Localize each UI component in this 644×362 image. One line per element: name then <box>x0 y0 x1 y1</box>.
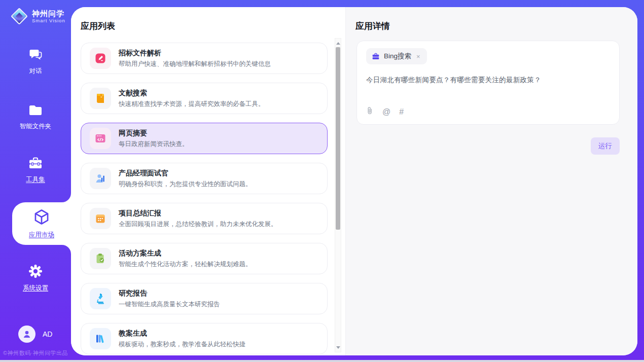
sidebar-nav: 对话 智能文件夹 工具集 <box>0 48 71 293</box>
sidebar-item-label: 系统设置 <box>23 284 48 293</box>
run-button[interactable]: 运行 <box>591 137 620 155</box>
browser-code-icon <box>90 128 111 149</box>
app-list: 招标文件解析 帮助用户快速、准确地理解和解析招标书中的关键信息 文献搜索 快速精… <box>81 43 328 355</box>
app-card-desc: 快速精准查找学术资源，提高研究效率的必备工具。 <box>119 100 265 108</box>
microscope-icon <box>90 288 111 309</box>
hash-icon[interactable]: # <box>399 108 404 116</box>
brand-logo: 神州问学 Smart Vision <box>0 0 71 24</box>
sidebar-item-chat[interactable]: 对话 <box>0 48 71 76</box>
app-list-scrollbar <box>335 38 341 352</box>
user-name: AD <box>43 330 52 338</box>
app-card-title: 文献搜索 <box>119 89 265 98</box>
books-icon <box>90 328 111 349</box>
window-bottom-strip <box>0 360 644 362</box>
app-list-panel: 应用列表 招标文件解析 帮助用户快速、准确地理解和解析招标书中的关键信息 <box>71 7 345 355</box>
person-icon <box>22 329 32 339</box>
app-card-desc: 一键智能生成高质量长文本研究报告 <box>119 300 220 309</box>
calendar-note-icon <box>90 208 111 229</box>
app-card-title: 项目总结汇报 <box>119 209 277 218</box>
prompt-toolbar: @ # <box>366 106 404 117</box>
clipboard-check-icon <box>90 248 111 269</box>
app-card-title: 网页摘要 <box>119 129 189 138</box>
toolbox-icon <box>28 157 43 172</box>
app-card-title: 教案生成 <box>119 329 245 338</box>
prompt-text[interactable]: 今日湖北有哪些新闻要点？有哪些需要关注的最新政策？ <box>366 76 610 85</box>
tool-tag-label: Bing搜索 <box>384 52 411 61</box>
cube-icon <box>33 208 50 228</box>
sidebar: 神州问学 Smart Vision 对话 智能文件夹 <box>0 0 71 362</box>
app-card-desc: 智能生成个性化活动方案，轻松解决规划难题。 <box>119 260 252 269</box>
app-card-event-plan[interactable]: 活动方案生成 智能生成个性化活动方案，轻松解决规划难题。 <box>81 243 328 274</box>
tag-close-icon[interactable]: × <box>415 53 421 60</box>
app-card-title: 招标文件解析 <box>119 49 271 58</box>
copyright-footer: ©神州数码·神州问学出品 <box>0 349 71 357</box>
app-card-desc: 模板驱动，教案秒成，教学准备从此轻松快捷 <box>119 340 245 349</box>
sidebar-item-label: 工具集 <box>26 175 45 184</box>
brand-subtitle: Smart Vision <box>32 18 65 23</box>
app-card-project-summary[interactable]: 项目总结汇报 全面回顾项目进展，总结经验教训，助力未来优化发展。 <box>81 203 328 234</box>
app-card-title: 活动方案生成 <box>119 249 252 258</box>
app-card-pm-interviewer[interactable]: 产品经理面试官 明确身份和职责，为您提供专业性的面试问题。 <box>81 163 328 194</box>
paperclip-icon[interactable] <box>366 106 374 117</box>
main-content: 应用列表 招标文件解析 帮助用户快速、准确地理解和解析招标书中的关键信息 <box>71 7 637 355</box>
app-card-desc: 全面回顾项目进展，总结经验教训，助力未来优化发展。 <box>119 220 277 229</box>
book-icon <box>90 88 111 109</box>
sidebar-item-label: 智能文件夹 <box>20 122 52 131</box>
gear-icon <box>28 264 43 280</box>
pen-square-icon <box>90 48 111 69</box>
app-card-research-report[interactable]: 研究报告 一键智能生成高质量长文本研究报告 <box>81 283 328 314</box>
sidebar-item-label: 应用市场 <box>29 231 54 239</box>
app-detail-panel: 应用详情 Bing搜索 × 今日湖北有哪些新闻要点？有哪些需要关注的最新政策？ <box>345 7 637 355</box>
sidebar-item-smart-folder[interactable]: 智能文件夹 <box>0 104 71 131</box>
scrollbar-down-arrow[interactable] <box>335 344 341 351</box>
sidebar-item-app-market[interactable]: 应用市场 <box>12 202 71 245</box>
mention-icon[interactable]: @ <box>382 108 390 116</box>
sidebar-item-settings[interactable]: 系统设置 <box>0 264 71 293</box>
sidebar-item-label: 对话 <box>29 67 42 76</box>
chat-icon <box>28 48 43 63</box>
sidebar-item-toolset[interactable]: 工具集 <box>0 157 71 184</box>
app-card-literature-search[interactable]: 文献搜索 快速精准查找学术资源，提高研究效率的必备工具。 <box>81 83 328 114</box>
app-card-web-summary[interactable]: 网页摘要 每日政府新闻资讯快查。 <box>81 123 328 154</box>
brand-diamond-icon <box>11 8 27 24</box>
app-card-desc: 帮助用户快速、准确地理解和解析招标书中的关键信息 <box>119 60 271 68</box>
person-chart-icon <box>90 168 111 189</box>
scrollbar-thumb[interactable] <box>336 47 340 230</box>
scrollbar-up-arrow[interactable] <box>335 40 341 47</box>
app-card-title: 产品经理面试官 <box>119 169 252 178</box>
tool-tag-bing-search[interactable]: Bing搜索 × <box>366 48 427 64</box>
folder-icon <box>28 104 43 119</box>
app-card-desc: 明确身份和职责，为您提供专业性的面试问题。 <box>119 180 252 189</box>
brand-name: 神州问学 <box>32 9 65 18</box>
app-card-bid-document-parse[interactable]: 招标文件解析 帮助用户快速、准确地理解和解析招标书中的关键信息 <box>81 43 328 74</box>
user-account[interactable]: AD <box>18 325 52 343</box>
app-list-title: 应用列表 <box>71 7 345 32</box>
app-card-desc: 每日政府新闻资讯快查。 <box>119 140 189 149</box>
app-detail-title: 应用详情 <box>346 7 637 32</box>
prompt-card: Bing搜索 × 今日湖北有哪些新闻要点？有哪些需要关注的最新政策？ @ # <box>356 41 620 125</box>
avatar <box>18 325 35 343</box>
briefcase-icon <box>372 52 380 60</box>
app-card-title: 研究报告 <box>119 289 220 298</box>
app-card-lesson-plan[interactable]: 教案生成 模板驱动，教案秒成，教学准备从此轻松快捷 <box>81 323 328 354</box>
